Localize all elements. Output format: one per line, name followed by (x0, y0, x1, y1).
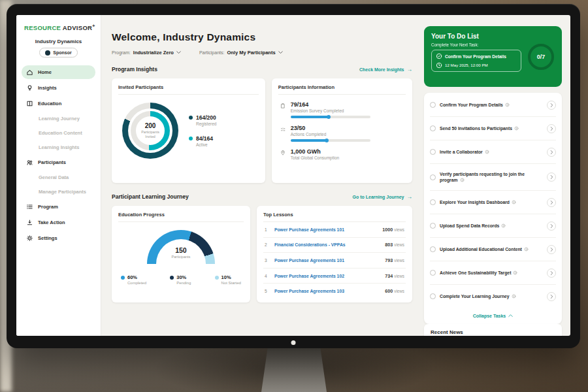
sidebar-item-settings[interactable]: Settings (22, 231, 95, 245)
sidebar-item-label: Education Content (39, 130, 82, 136)
card-title: Top Lessons (263, 212, 406, 222)
info-icon[interactable] (501, 223, 506, 228)
sidebar-item-label: Take Action (38, 220, 65, 225)
next-task-label: Confirm Your Program Details (445, 54, 506, 59)
chevron-down-icon (278, 51, 283, 54)
task-row[interactable]: Send 50 Invitations to Participants (430, 117, 556, 140)
lesson-link[interactable]: Power Purchase Agreements 101 (274, 258, 380, 263)
arrow-right-icon: → (407, 193, 413, 200)
card-title: Participants Information (278, 84, 406, 95)
task-checkbox[interactable] (430, 293, 436, 299)
task-chevron-button[interactable] (547, 245, 556, 254)
lesson-link[interactable]: Power Purchase Agreements 102 (274, 274, 380, 278)
legend-item-pending: 30% Pending (170, 274, 191, 285)
task-chevron-button[interactable] (547, 269, 556, 278)
task-label: Invite a Collaborator (440, 150, 483, 154)
chevron-right-icon (550, 200, 553, 205)
check-circle-icon (436, 53, 442, 59)
task-row[interactable]: Confirm Your Program Details (430, 93, 556, 117)
sidebar-item-take-action[interactable]: Take Action (22, 216, 95, 229)
task-checkbox[interactable] (430, 149, 436, 155)
task-checkbox[interactable] (430, 102, 436, 108)
info-icon[interactable] (514, 126, 519, 131)
main-content: Welcome, Industry Dynamics Program: Indu… (101, 15, 420, 336)
sidebar-item-label: Insights (38, 85, 57, 91)
sidebar-item-label: Home (38, 69, 52, 75)
program-filter-label: Program: (112, 50, 131, 55)
gauge-legend: 60% Completed 30% Pending (118, 274, 244, 285)
task-row[interactable]: Achieve One Sustainability Target (430, 261, 556, 285)
task-row[interactable]: Upload Spend Data Records (430, 214, 556, 238)
monitor: RESOURCE ADVISOR+ Industry Dynamics Spon… (7, 4, 580, 348)
collapse-tasks-link[interactable]: Collapse Tasks (430, 308, 556, 321)
sidebar-item-general-data[interactable]: General Data (22, 171, 95, 184)
task-checkbox[interactable] (430, 246, 436, 252)
app-logo: RESOURCE ADVISOR+ (22, 24, 95, 31)
task-label: Complete Your Learning Journey (440, 294, 510, 299)
next-task-due: 12 May 2025, 12:00 PM (445, 63, 488, 67)
todo-progress-ring: 0/7 (528, 44, 554, 70)
info-icon[interactable] (460, 178, 465, 182)
sidebar-item-education[interactable]: Education (22, 97, 95, 110)
sidebar-item-learning-journey[interactable]: Learning Journey (22, 112, 95, 125)
task-row[interactable]: Upload Additional Educational Content (430, 238, 556, 261)
sponsor-badge[interactable]: Sponsor (39, 48, 77, 57)
task-chevron-button[interactable] (547, 198, 556, 207)
info-icon[interactable] (513, 270, 517, 275)
stat-bar-fill (291, 139, 327, 142)
info-icon[interactable] (524, 247, 529, 252)
sidebar-item-participants[interactable]: Participants (22, 155, 95, 169)
lesson-link[interactable]: Power Purchase Agreements 101 (274, 227, 378, 232)
task-label: Verify participants requesting to join t… (440, 172, 525, 183)
task-checkbox[interactable] (430, 174, 436, 180)
task-checkbox[interactable] (430, 125, 436, 131)
chevron-right-icon (550, 270, 553, 276)
logo-text-resource: RESOURCE (24, 24, 61, 31)
info-icon[interactable] (505, 103, 510, 107)
info-icon[interactable] (512, 294, 516, 299)
lesson-link[interactable]: Power Purchase Agreements 103 (274, 289, 380, 293)
participants-filter[interactable]: Participants: Only My Participants (199, 50, 283, 56)
sidebar-item-label: Education (38, 101, 61, 106)
sidebar-item-learning-insights[interactable]: Learning Insights (22, 141, 95, 154)
sidebar-item-home[interactable]: Home (22, 65, 95, 79)
lesson-row: 1 Power Purchase Agreements 101 1000view… (263, 222, 406, 238)
stat-actions-completed: 23/50 Actions Completed (278, 125, 406, 142)
task-row[interactable]: Invite a Collaborator (430, 140, 556, 164)
location-pin-icon (280, 150, 286, 156)
recent-news-section[interactable]: Recent News (424, 324, 562, 336)
progress-bar (291, 139, 370, 142)
program-filter-value: Industrialize Zero (133, 50, 174, 56)
sidebar-item-education-content[interactable]: Education Content (22, 127, 95, 139)
section-title: Program Insights (112, 66, 157, 73)
task-chevron-button[interactable] (547, 292, 556, 301)
info-icon[interactable] (485, 150, 489, 154)
legend-item-active: 84/164 Active (189, 135, 216, 147)
lesson-link[interactable]: Financial Considerations - VPPAs (274, 242, 380, 247)
chevron-right-icon (550, 247, 553, 252)
task-chevron-button[interactable] (547, 124, 556, 133)
todo-title: Your To Do List (431, 33, 555, 40)
checklist-icon (280, 126, 286, 133)
task-checkbox[interactable] (430, 199, 436, 205)
sidebar-item-insights[interactable]: Insights (22, 81, 95, 95)
check-more-insights-link[interactable]: Check More Insights → (359, 66, 412, 73)
task-chevron-button[interactable] (547, 221, 556, 231)
todo-progress-value: 0/7 (537, 54, 546, 60)
task-checkbox[interactable] (430, 223, 436, 229)
info-icon[interactable] (512, 200, 516, 204)
task-row[interactable]: Verify participants requesting to join t… (430, 164, 556, 191)
task-row[interactable]: Explore Your Insights Dashboard (430, 191, 556, 214)
task-row[interactable]: Complete Your Learning Journey (430, 285, 556, 308)
arrow-right-icon: → (407, 66, 413, 73)
task-checkbox[interactable] (430, 270, 436, 276)
program-filter[interactable]: Program: Industrialize Zero (112, 50, 181, 56)
sidebar-item-label: Learning Journey (39, 116, 80, 122)
task-chevron-button[interactable] (547, 101, 556, 110)
go-to-learning-journey-link[interactable]: Go to Learning Journey → (353, 193, 412, 200)
task-chevron-button[interactable] (547, 148, 556, 157)
sidebar-item-program[interactable]: Program (22, 200, 95, 214)
next-task-box[interactable]: Confirm Your Program Details 12 May 2025… (431, 50, 521, 72)
task-chevron-button[interactable] (547, 172, 556, 182)
sidebar-item-manage-participants[interactable]: Manage Participants (22, 186, 95, 198)
